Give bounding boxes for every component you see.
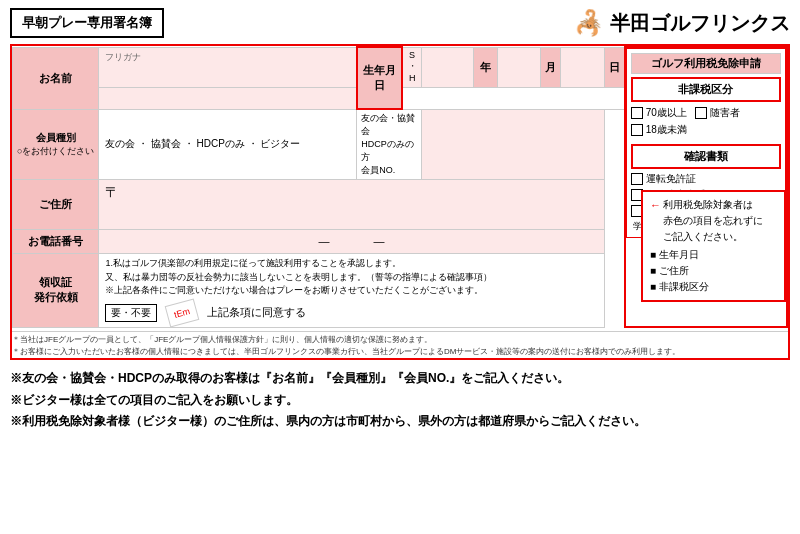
- member-type-sublabel: ○をお付けください: [17, 146, 94, 156]
- sh-text: S ・ H: [407, 50, 417, 85]
- golf-tax-title: ゴルフ利用税免除申請: [631, 53, 781, 74]
- sh-label: S ・ H: [402, 47, 422, 87]
- receipt-text1: 1.私はゴルフ倶楽部の利用規定に従って施設利用することを承認します。: [105, 257, 597, 271]
- agree-stamp: tEm: [165, 298, 200, 327]
- req-label[interactable]: 要・不要: [105, 304, 157, 322]
- doc1-checkbox[interactable]: [631, 173, 643, 185]
- agree-row: 要・不要 tEm 上記条項に同意する: [105, 302, 597, 324]
- age18-checkbox-item[interactable]: 18歳未満: [631, 123, 687, 137]
- disabled-checkbox-item[interactable]: 随害者: [695, 106, 740, 120]
- tooltip-line1: 利用税免除対象者は 赤色の項目を忘れずに ご記入ください。: [663, 197, 763, 245]
- age18-row: 18歳未満: [631, 123, 781, 137]
- name-spacer: [402, 87, 625, 109]
- footer-note1: ※友の会・協賛会・HDCPのみ取得のお客様は『お名前』『会員種別』『会員NO.』…: [10, 368, 790, 390]
- phone-input[interactable]: — —: [99, 230, 604, 254]
- member-types-text: 友の会 ・ 協賛会 ・ HDCPのみ ・ ビジター: [105, 138, 300, 149]
- tooltip-box: ← 利用税免除対象者は 赤色の項目を忘れずに ご記入ください。 ■ 生年月日 ■…: [641, 190, 786, 302]
- logo: 🦂 半田ゴルフリンクス: [574, 9, 790, 37]
- confirm-docs-label: 確認書類: [631, 144, 781, 169]
- non-tax-button[interactable]: 非課税区分: [631, 77, 781, 102]
- footer-note2: ※ビジター様は全ての項目のご記入をお願いします。: [10, 390, 790, 412]
- phone-dashes: — —: [319, 235, 385, 247]
- furigana-label: フリガナ: [105, 51, 349, 64]
- right-panel-cell: ゴルフ利用税免除申請 非課税区分 70歳以上 随害者: [625, 47, 787, 327]
- member-no-label3: 会員NO.: [361, 164, 417, 177]
- receipt-cell: 1.私はゴルフ倶楽部の利用規定に従って施設利用することを承認します。 又、私は暴…: [99, 254, 604, 328]
- age18-label: 18歳未満: [646, 123, 687, 137]
- member-type-label-cell: 会員種別 ○をお付けください: [13, 109, 99, 180]
- doc1-label: 運転免許証: [646, 172, 696, 186]
- year-label: 年: [473, 47, 497, 87]
- age70-checkbox[interactable]: [631, 107, 643, 119]
- tooltip-header: ← 利用税免除対象者は 赤色の項目を忘れずに ご記入ください。: [650, 197, 777, 245]
- receipt-label: 領収証 発行依頼: [13, 254, 99, 328]
- month-label: 月: [541, 47, 561, 87]
- age70-row: 70歳以上 随害者: [631, 106, 781, 120]
- confirm-section: 確認書類 運転免許証 身体障害者手帳: [631, 140, 781, 233]
- logo-text: 半田ゴルフリンクス: [610, 10, 790, 37]
- footer-small-line2: ＊お客様にご入力いただいたお客様の個人情報につきましては、半田ゴルフリンクスの事…: [12, 346, 788, 358]
- member-no-input[interactable]: [422, 109, 604, 180]
- agree-label: 上記条項に同意する: [207, 305, 306, 320]
- age70-checkbox-item[interactable]: 70歳以上: [631, 106, 687, 120]
- logo-icon: 🦂: [574, 9, 604, 37]
- member-no-label1: 友の会・協賛会: [361, 112, 417, 138]
- member-types-cell: 友の会 ・ 協賛会 ・ HDCPのみ ・ ビジター: [99, 109, 357, 180]
- form-title: 早朝プレー専用署名簿: [10, 8, 164, 38]
- tooltip-item3: ■ 非課税区分: [650, 279, 777, 295]
- right-panel: ゴルフ利用税免除申請 非課税区分 70歳以上 随害者: [626, 48, 786, 238]
- birthdate-label: 生年月日: [357, 47, 402, 109]
- name-input-cell[interactable]: フリガナ: [99, 47, 357, 87]
- address-label: ご住所: [13, 180, 99, 230]
- disabled-checkbox[interactable]: [695, 107, 707, 119]
- name-row: お名前 フリガナ 生年月日 S ・ H 年 月 日 ゴルフ利用税免: [13, 47, 788, 87]
- footer-notes: ※友の会・協賛会・HDCPのみ取得のお客様は『お名前』『会員種別』『会員NO.』…: [10, 368, 790, 433]
- address-input[interactable]: 〒: [99, 180, 604, 230]
- name-label: お名前: [13, 47, 99, 109]
- name-full-input[interactable]: [99, 87, 357, 109]
- tooltip-arrow: ←: [650, 197, 661, 215]
- receipt-text2: 又、私は暴力団等の反社会勢力に該当しないことを表明します。（誓等の指導による確認…: [105, 271, 597, 285]
- member-no-box: 友の会・協賛会 HDCPのみの方 会員NO.: [357, 109, 422, 180]
- footer-small-line1: ＊当社はJFEグループの一員として、「JFEグループ個人情報保護方針」に則り、個…: [12, 334, 788, 346]
- page: 早朝プレー専用署名簿 🦂 半田ゴルフリンクス お名前 フリガナ 生年月日 S ・…: [0, 0, 800, 441]
- month-cell[interactable]: [498, 47, 541, 87]
- form-table: お名前 フリガナ 生年月日 S ・ H 年 月 日 ゴルフ利用税免: [12, 46, 788, 328]
- form-area: お名前 フリガナ 生年月日 S ・ H 年 月 日 ゴルフ利用税免: [10, 44, 790, 360]
- phone-label: お電話番号: [13, 230, 99, 254]
- doc1-row: 運転免許証: [631, 172, 781, 186]
- member-no-label2: HDCPのみの方: [361, 138, 417, 164]
- header: 早朝プレー専用署名簿 🦂 半田ゴルフリンクス: [10, 8, 790, 38]
- age18-checkbox[interactable]: [631, 124, 643, 136]
- day-label: 日: [604, 47, 625, 87]
- tooltip-item1: ■ 生年月日: [650, 247, 777, 263]
- furigana-input[interactable]: [105, 66, 349, 84]
- postal-mark: 〒: [105, 184, 119, 200]
- disabled-label: 随害者: [710, 106, 740, 120]
- footer-note3: ※利用税免除対象者様（ビジター様）のご住所は、県内の方は市町村から、県外の方は都…: [10, 411, 790, 433]
- tooltip-item2: ■ ご住所: [650, 263, 777, 279]
- footer-small: ＊当社はJFEグループの一員として、「JFEグループ個人情報保護方針」に則り、個…: [12, 331, 788, 358]
- year-cell[interactable]: [422, 47, 474, 87]
- age70-label: 70歳以上: [646, 106, 687, 120]
- day-cell[interactable]: [561, 47, 604, 87]
- receipt-text3: ※上記各条件にご同意いただけない場合はプレーをお断りさせていただくことがございま…: [105, 284, 597, 298]
- member-type-label: 会員種別: [36, 132, 76, 143]
